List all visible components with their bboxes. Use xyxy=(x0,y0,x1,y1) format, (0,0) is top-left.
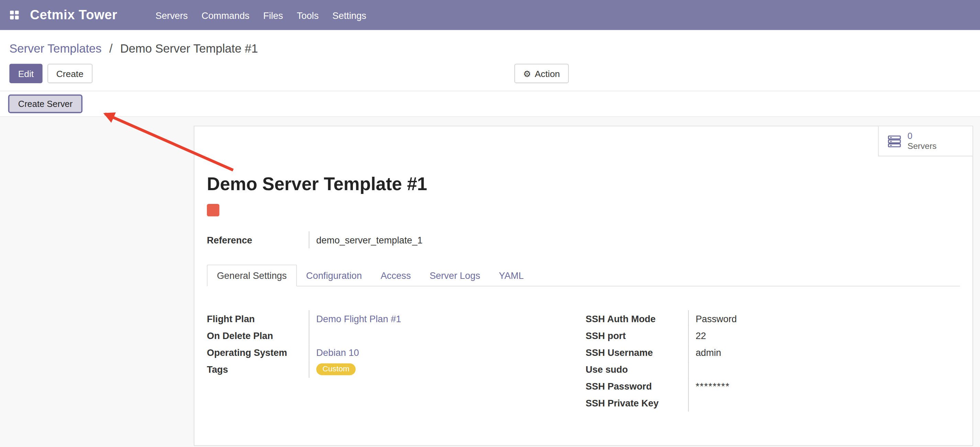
reference-value: demo_server_template_1 xyxy=(309,231,423,248)
field-use-sudo: Use sudo xyxy=(585,361,948,378)
field-value xyxy=(688,361,948,378)
field-ssh-private-key: SSH Private Key xyxy=(585,395,948,412)
field-label: Flight Plan xyxy=(207,310,309,327)
apps-grid-square xyxy=(10,16,14,19)
field-value: admin xyxy=(688,344,948,361)
servers-count: 0 xyxy=(907,131,937,140)
breadcrumb: Server Templates / Demo Server Template … xyxy=(0,30,980,56)
field-groups: Flight Plan Demo Flight Plan #1 On Delet… xyxy=(207,310,960,412)
action-button-label: Action xyxy=(535,69,560,78)
field-value: 22 xyxy=(688,327,948,344)
field-label: Operating System xyxy=(207,344,309,361)
edit-button[interactable]: Edit xyxy=(9,64,42,83)
record-title: Demo Server Template #1 xyxy=(207,171,960,196)
notebook-tabs: General Settings Configuration Access Se… xyxy=(207,264,960,286)
servers-stat-text: 0 Servers xyxy=(907,131,937,151)
template-actions-row: Create Server xyxy=(0,91,980,117)
field-flight-plan: Flight Plan Demo Flight Plan #1 xyxy=(207,310,585,327)
tab-configuration[interactable]: Configuration xyxy=(296,264,371,286)
content-area: 0 Servers Demo Server Template #1 Refere… xyxy=(0,117,980,447)
tab-access[interactable]: Access xyxy=(371,264,420,286)
menu-tools[interactable]: Tools xyxy=(290,10,326,20)
field-label: SSH Username xyxy=(585,344,688,361)
control-panel: Edit Create ⚙ Action xyxy=(9,64,980,83)
field-group-left: Flight Plan Demo Flight Plan #1 On Delet… xyxy=(207,310,585,412)
tag-badge-custom[interactable]: Custom xyxy=(316,364,356,375)
servers-stat-button[interactable]: 0 Servers xyxy=(878,126,973,156)
field-group-right: SSH Auth Mode Password SSH port 22 SSH U… xyxy=(585,310,948,412)
main-nav: Servers Commands Files Tools Settings xyxy=(148,10,373,20)
field-value: ******** xyxy=(688,378,948,395)
field-ssh-port: SSH port 22 xyxy=(585,327,948,344)
flight-plan-link[interactable]: Demo Flight Plan #1 xyxy=(316,313,401,324)
servers-icon xyxy=(887,133,902,148)
field-operating-system: Operating System Debian 10 xyxy=(207,344,585,361)
menu-files[interactable]: Files xyxy=(256,10,290,20)
tab-yaml[interactable]: YAML xyxy=(490,264,533,286)
gear-icon: ⚙ xyxy=(523,69,531,78)
breadcrumb-current: Demo Server Template #1 xyxy=(120,42,258,55)
create-server-button[interactable]: Create Server xyxy=(8,94,83,113)
field-ssh-password: SSH Password ******** xyxy=(585,378,948,395)
field-ssh-username: SSH Username admin xyxy=(585,344,948,361)
tab-server-logs[interactable]: Server Logs xyxy=(420,264,490,286)
field-label: SSH port xyxy=(585,327,688,344)
tab-general-settings[interactable]: General Settings xyxy=(207,264,296,286)
field-label: SSH Password xyxy=(585,378,688,395)
field-ssh-auth-mode: SSH Auth Mode Password xyxy=(585,310,948,327)
menu-commands[interactable]: Commands xyxy=(194,10,256,20)
field-label: Tags xyxy=(207,361,309,378)
create-button[interactable]: Create xyxy=(48,64,92,83)
template-form-card: 0 Servers Demo Server Template #1 Refere… xyxy=(194,126,973,446)
servers-label: Servers xyxy=(907,140,937,151)
field-label: SSH Private Key xyxy=(585,395,688,412)
field-label: Use sudo xyxy=(585,361,688,378)
app-window: Cetmix Tower Servers Commands Files Tool… xyxy=(0,0,980,447)
apps-grid-square xyxy=(10,11,14,14)
action-button[interactable]: ⚙ Action xyxy=(514,64,569,83)
breadcrumb-separator: / xyxy=(109,42,113,55)
form-sheet: Demo Server Template #1 Reference demo_s… xyxy=(194,126,973,411)
field-on-delete-plan: On Delete Plan xyxy=(207,327,585,344)
field-label: On Delete Plan xyxy=(207,327,309,344)
field-value xyxy=(688,395,948,412)
apps-grid-icon[interactable] xyxy=(10,11,20,19)
menu-settings[interactable]: Settings xyxy=(325,10,373,20)
field-tags: Tags Custom xyxy=(207,361,585,378)
field-value xyxy=(309,327,586,344)
apps-grid-square xyxy=(15,11,19,14)
topbar: Cetmix Tower Servers Commands Files Tool… xyxy=(0,0,980,30)
brand-title: Cetmix Tower xyxy=(30,8,117,23)
menu-servers[interactable]: Servers xyxy=(148,10,194,20)
field-value: Password xyxy=(688,310,948,327)
reference-field: Reference demo_server_template_1 xyxy=(207,231,960,248)
operating-system-link[interactable]: Debian 10 xyxy=(316,347,359,358)
field-label: SSH Auth Mode xyxy=(585,310,688,327)
apps-grid-square xyxy=(15,16,19,19)
breadcrumb-parent-link[interactable]: Server Templates xyxy=(9,42,101,55)
reference-label: Reference xyxy=(207,231,309,248)
color-tag[interactable] xyxy=(207,204,219,216)
